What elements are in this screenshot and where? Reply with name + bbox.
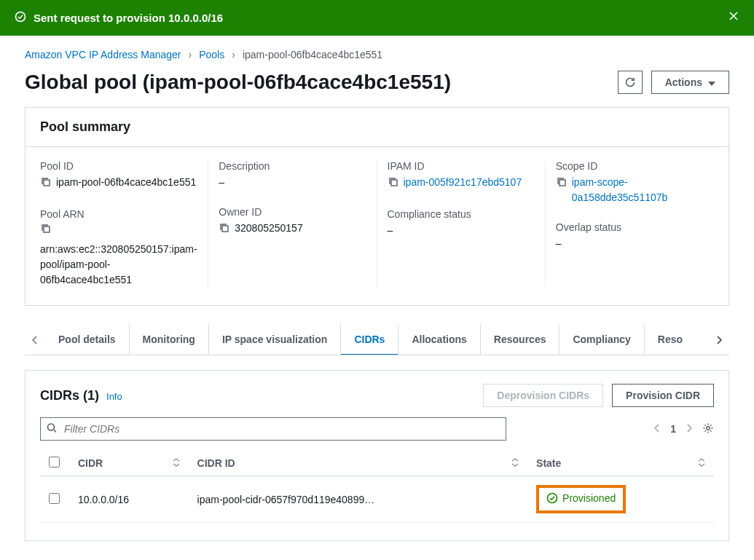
pagination: 1 [654, 422, 714, 436]
compliance-value: – [388, 223, 535, 238]
tabs-scroll-right[interactable] [709, 327, 729, 353]
success-icon [15, 11, 26, 25]
description-label: Description [219, 160, 366, 172]
flash-success: Sent request to provision 10.0.0.0/16 [0, 0, 754, 36]
page-next-button[interactable] [686, 423, 692, 435]
cidrs-title: CIDRs (1) [40, 388, 99, 403]
ipam-id-label: IPAM ID [388, 160, 535, 172]
sort-icon[interactable] [511, 457, 519, 469]
pool-summary-panel: Pool summary Pool ID ipam-pool-06fb4cace… [25, 107, 729, 306]
tab-cidrs[interactable]: CIDRs [341, 325, 398, 355]
refresh-button[interactable] [618, 71, 643, 94]
info-link[interactable]: Info [106, 391, 122, 402]
sort-icon[interactable] [173, 457, 180, 469]
chevron-right-icon: › [189, 49, 192, 60]
scope-id-link[interactable]: ipam-scope-0a158dde35c51107b [572, 175, 714, 205]
pool-id-label: Pool ID [40, 160, 197, 172]
chevron-right-icon: › [232, 49, 235, 60]
breadcrumb-pools[interactable]: Pools [199, 49, 224, 60]
tab-compliancy[interactable]: Compliancy [559, 325, 644, 355]
ipam-id-link[interactable]: ipam-005f921c17ebd5107 [404, 175, 522, 190]
state-text: Provisioned [562, 492, 616, 504]
cidrs-panel: CIDRs (1) Info Deprovision CIDRs Provisi… [25, 370, 729, 541]
tabs-scroll-left[interactable] [25, 327, 45, 353]
state-highlight: Provisioned [536, 485, 626, 513]
tab-ip-space-visualization[interactable]: IP space visualization [209, 325, 341, 355]
breadcrumb-current: ipam-pool-06fb4cace4bc1e551 [243, 49, 382, 60]
cell-cidr-id: ipam-pool-cidr-0657f970d119e40899… [189, 476, 527, 523]
page-title: Global pool (ipam-pool-06fb4cace4bc1e551… [25, 71, 451, 94]
deprovision-cidrs-button: Deprovision CIDRs [483, 384, 603, 407]
actions-button[interactable]: Actions [651, 71, 729, 94]
description-value: – [219, 175, 366, 190]
svg-rect-3 [222, 226, 228, 232]
provision-cidr-button[interactable]: Provision CIDR [612, 384, 714, 407]
copy-icon[interactable] [556, 176, 568, 192]
owner-id-value: 320805250157 [235, 221, 302, 236]
col-cidr: CIDR [78, 457, 103, 469]
overlap-label: Overlap status [556, 221, 714, 233]
caret-down-icon [708, 76, 715, 88]
table-row[interactable]: 10.0.0.0/16 ipam-pool-cidr-0657f970d119e… [40, 476, 714, 523]
tabs: Pool details Monitoring IP space visuali… [25, 325, 729, 355]
copy-icon[interactable] [40, 223, 197, 239]
breadcrumb: Amazon VPC IP Address Manager › Pools › … [25, 49, 729, 60]
svg-rect-4 [391, 180, 397, 186]
pool-arn-value: arn:aws:ec2::320805250157:ipam-pool/ipam… [40, 243, 197, 285]
svg-rect-2 [44, 226, 50, 232]
svg-rect-1 [44, 180, 50, 186]
col-cidr-id: CIDR ID [197, 457, 235, 469]
copy-icon[interactable] [40, 176, 52, 192]
svg-point-7 [707, 426, 710, 429]
pool-id-value: ipam-pool-06fb4cace4bc1e551 [56, 175, 196, 190]
tab-resources[interactable]: Resources [481, 325, 560, 355]
page-number: 1 [670, 423, 676, 435]
cidrs-table: CIDR CIDR ID State [40, 451, 714, 523]
row-checkbox[interactable] [49, 493, 60, 504]
sort-icon[interactable] [698, 457, 705, 469]
scope-id-label: Scope ID [556, 160, 714, 172]
tab-allocations[interactable]: Allocations [398, 325, 480, 355]
table-settings-button[interactable] [702, 422, 714, 436]
tab-monitoring[interactable]: Monitoring [130, 325, 209, 355]
tab-pool-details[interactable]: Pool details [45, 325, 130, 355]
panel-title: Pool summary [25, 108, 729, 147]
compliance-label: Compliance status [388, 208, 535, 220]
copy-icon[interactable] [388, 176, 399, 192]
flash-close-button[interactable] [728, 10, 739, 25]
flash-message: Sent request to provision 10.0.0.0/16 [34, 12, 720, 24]
pool-arn-label: Pool ARN [40, 208, 197, 220]
tab-resource-partial[interactable]: Reso [645, 325, 696, 355]
cell-cidr: 10.0.0.0/16 [69, 476, 189, 523]
filter-cidrs-input[interactable] [40, 417, 506, 441]
search-icon [46, 422, 58, 436]
owner-id-label: Owner ID [219, 206, 366, 218]
status-badge: Provisioned [546, 492, 616, 504]
page-prev-button[interactable] [654, 423, 660, 435]
actions-label: Actions [665, 76, 702, 88]
copy-icon[interactable] [219, 222, 230, 238]
select-all-checkbox[interactable] [49, 457, 60, 468]
breadcrumb-root[interactable]: Amazon VPC IP Address Manager [25, 49, 181, 60]
col-state: State [536, 457, 561, 469]
svg-point-6 [48, 424, 55, 430]
svg-rect-5 [559, 180, 565, 186]
overlap-value: – [556, 236, 714, 251]
